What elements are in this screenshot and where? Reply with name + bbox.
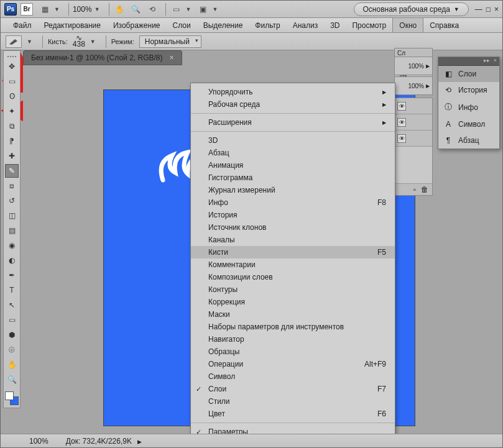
visibility-eye-icon[interactable]: 👁 bbox=[397, 102, 406, 111]
menu-item[interactable]: ЦветF6 bbox=[191, 408, 395, 420]
new-layer-icon[interactable]: ▫ bbox=[413, 185, 416, 194]
menu-item[interactable]: Анимация bbox=[191, 159, 395, 171]
panel-tab-info[interactable]: ⓘИнфо bbox=[438, 98, 499, 116]
menu-item[interactable]: Символ bbox=[191, 370, 395, 383]
tool-marquee[interactable]: ▭ bbox=[5, 75, 19, 88]
panel-tab-layers[interactable]: ◧Слои bbox=[438, 66, 499, 82]
menu-item[interactable]: ОперацииAlt+F9 bbox=[191, 358, 395, 370]
menu-item[interactable]: Расширения▶ bbox=[191, 116, 395, 129]
menu-item-фильтр[interactable]: Фильтр bbox=[249, 18, 286, 32]
brush-preset-picker[interactable]: ∿ 438 bbox=[73, 35, 85, 48]
tool-gradient[interactable]: ▤ bbox=[5, 224, 19, 237]
tool-blur[interactable]: ◉ bbox=[5, 239, 19, 252]
menu-item[interactable]: Стили bbox=[191, 395, 395, 408]
tool-lasso[interactable]: ʘ bbox=[5, 89, 19, 103]
menu-item-редактирование[interactable]: Редактирование bbox=[38, 18, 107, 32]
layer-row[interactable]: 👁 bbox=[395, 130, 432, 147]
arrange-icon[interactable]: ▭ bbox=[170, 3, 183, 16]
menu-item[interactable]: Композиции слоев bbox=[191, 271, 395, 283]
bridge-icon[interactable]: Br bbox=[21, 3, 33, 16]
panel-tab-history[interactable]: ⟲История bbox=[438, 82, 499, 98]
color-swatches[interactable] bbox=[5, 391, 19, 405]
dropdown-icon[interactable]: ▼ bbox=[54, 6, 60, 12]
fill-row[interactable]: 100%▶ bbox=[394, 76, 433, 95]
menu-item-файл[interactable]: Файл bbox=[7, 18, 38, 32]
dropdown-icon[interactable]: ▼ bbox=[27, 39, 32, 45]
menu-item[interactable]: Источник клонов bbox=[191, 221, 395, 234]
tool-dodge[interactable]: ◐ bbox=[5, 254, 19, 267]
menu-item[interactable]: Маски bbox=[191, 308, 395, 321]
tool-eyedrop[interactable]: ⁋ bbox=[5, 134, 19, 148]
dropdown-icon[interactable]: ▼ bbox=[186, 6, 192, 12]
panel-tab-char[interactable]: AСимвол bbox=[438, 116, 499, 132]
panel-tab-para[interactable]: ¶Абзац bbox=[438, 132, 499, 149]
dropdown-icon[interactable]: ▼ bbox=[90, 39, 96, 45]
menu-item[interactable]: Комментарии bbox=[191, 258, 395, 271]
tool-path[interactable]: ↖ bbox=[5, 298, 19, 312]
menu-item[interactable]: Каналы bbox=[191, 234, 395, 246]
zoom-level-label[interactable]: 100% bbox=[73, 5, 92, 14]
tool-3d[interactable]: ⬢ bbox=[5, 328, 19, 342]
menu-item-изображение[interactable]: Изображение bbox=[107, 18, 167, 32]
menu-item[interactable]: Контуры bbox=[191, 283, 395, 296]
tool-preset-icon[interactable] bbox=[6, 35, 22, 48]
menu-item[interactable]: СлоиF7 bbox=[191, 383, 395, 395]
document-tab[interactable]: Без имени-1 @ 100% (Слой 2, RGB/8) × bbox=[23, 50, 182, 65]
tool-type[interactable]: T bbox=[5, 283, 19, 297]
menu-item-окно[interactable]: Окно bbox=[392, 18, 423, 32]
minimize-icon[interactable]: — bbox=[475, 5, 482, 14]
screen-mode-icon[interactable]: ▣ bbox=[196, 3, 210, 16]
tool-wand[interactable]: ✦ bbox=[5, 104, 19, 118]
layer-row[interactable]: 👁 bbox=[395, 114, 432, 130]
collapse-icon[interactable]: ▸▸ bbox=[484, 57, 490, 65]
hand-tool-icon[interactable]: ✋ bbox=[113, 3, 127, 16]
visibility-eye-icon[interactable]: 👁 bbox=[397, 118, 406, 127]
menu-item-просмотр[interactable]: Просмотр bbox=[346, 18, 392, 32]
panel-grip-icon[interactable] bbox=[4, 53, 20, 60]
tool-history[interactable]: ↺ bbox=[5, 194, 19, 208]
close-icon[interactable]: × bbox=[494, 57, 497, 65]
menu-item-выделение[interactable]: Выделение bbox=[197, 18, 249, 32]
menu-item[interactable]: Гистограмма bbox=[191, 171, 395, 184]
workspace-switcher[interactable]: Основная рабочая среда ▼ bbox=[354, 2, 469, 16]
tool-stamp[interactable]: ⧈ bbox=[5, 179, 19, 193]
menu-item[interactable]: ИнфоF8 bbox=[191, 196, 395, 209]
visibility-eye-icon[interactable]: 👁 bbox=[397, 134, 406, 143]
tool-crop[interactable]: ⧉ bbox=[5, 119, 19, 133]
menu-item[interactable]: Наборы параметров для инструментов bbox=[191, 321, 395, 333]
tool-brush[interactable]: ✎ bbox=[5, 164, 19, 178]
tool-3dcam[interactable]: ⦾ bbox=[5, 343, 19, 357]
tool-zoom[interactable]: 🔍 bbox=[5, 373, 19, 386]
menu-item[interactable]: Журнал измерений bbox=[191, 184, 395, 196]
menu-item[interactable]: Абзац bbox=[191, 147, 395, 159]
blend-mode-dropdown[interactable]: Нормальный bbox=[139, 35, 201, 48]
tool-pen[interactable]: ✒ bbox=[5, 268, 19, 282]
layer-row[interactable]: 👁 bbox=[395, 98, 432, 114]
menu-item-анализ[interactable]: Анализ bbox=[287, 18, 325, 32]
zoom-tool-icon[interactable]: 🔍 bbox=[129, 3, 143, 16]
tool-heal[interactable]: ✚ bbox=[5, 149, 19, 163]
menu-item[interactable]: Образцы bbox=[191, 345, 395, 358]
maximize-icon[interactable]: □ bbox=[486, 5, 491, 14]
menu-item[interactable]: КистиF5 bbox=[191, 246, 395, 258]
status-zoom[interactable]: 100% bbox=[29, 437, 48, 446]
menu-item-справка[interactable]: Справка bbox=[423, 18, 465, 32]
dropdown-icon[interactable]: ▼ bbox=[95, 6, 100, 12]
close-tab-icon[interactable]: × bbox=[170, 53, 174, 62]
menu-item-слои[interactable]: Слои bbox=[167, 18, 197, 32]
opacity-row[interactable]: 100%▶ bbox=[394, 57, 433, 75]
rotate-view-icon[interactable]: ⟲ bbox=[145, 3, 159, 16]
dropdown-icon[interactable]: ▼ bbox=[212, 6, 218, 12]
trash-icon[interactable]: 🗑 bbox=[421, 185, 428, 194]
menu-item[interactable]: Навигатор bbox=[191, 333, 395, 345]
menu-item[interactable]: Упорядочить▶ bbox=[191, 86, 395, 98]
menu-item[interactable]: 3D bbox=[191, 134, 395, 147]
menu-item[interactable]: История bbox=[191, 209, 395, 221]
chevron-right-icon[interactable]: ▶ bbox=[137, 439, 142, 445]
menu-item[interactable]: Рабочая среда▶ bbox=[191, 98, 395, 111]
tool-eraser[interactable]: ◫ bbox=[5, 209, 19, 222]
tool-shape[interactable]: ▭ bbox=[5, 313, 19, 327]
tool-move[interactable]: ✥ bbox=[5, 60, 19, 73]
menu-item[interactable]: Коррекция bbox=[191, 296, 395, 308]
panel-dock-header[interactable]: ▸▸ × bbox=[438, 57, 499, 66]
